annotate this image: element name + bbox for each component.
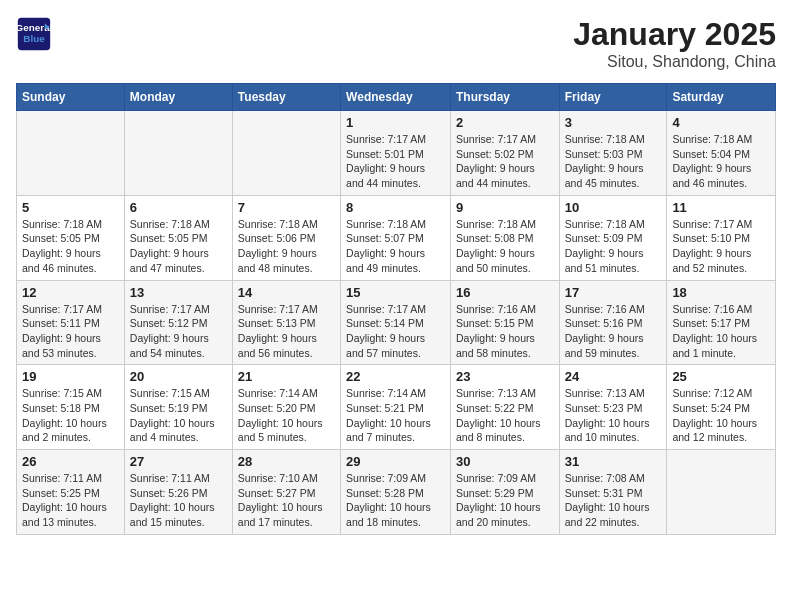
month-title: January 2025 [573,16,776,53]
day-detail: Sunrise: 7:17 AM Sunset: 5:10 PM Dayligh… [672,217,770,276]
day-detail: Sunrise: 7:14 AM Sunset: 5:20 PM Dayligh… [238,386,335,445]
calendar-table: SundayMondayTuesdayWednesdayThursdayFrid… [16,83,776,535]
calendar-cell [17,111,125,196]
day-number: 5 [22,200,119,215]
day-header-friday: Friday [559,84,667,111]
calendar-cell: 27Sunrise: 7:11 AM Sunset: 5:26 PM Dayli… [124,450,232,535]
title-block: January 2025 Sitou, Shandong, China [573,16,776,71]
day-number: 27 [130,454,227,469]
day-number: 14 [238,285,335,300]
day-number: 26 [22,454,119,469]
svg-text:Blue: Blue [23,33,45,44]
day-detail: Sunrise: 7:18 AM Sunset: 5:06 PM Dayligh… [238,217,335,276]
day-number: 3 [565,115,662,130]
calendar-cell [124,111,232,196]
calendar-cell: 11Sunrise: 7:17 AM Sunset: 5:10 PM Dayli… [667,195,776,280]
day-detail: Sunrise: 7:18 AM Sunset: 5:05 PM Dayligh… [22,217,119,276]
day-number: 25 [672,369,770,384]
day-detail: Sunrise: 7:15 AM Sunset: 5:19 PM Dayligh… [130,386,227,445]
day-detail: Sunrise: 7:17 AM Sunset: 5:12 PM Dayligh… [130,302,227,361]
day-number: 16 [456,285,554,300]
day-detail: Sunrise: 7:16 AM Sunset: 5:17 PM Dayligh… [672,302,770,361]
calendar-cell: 29Sunrise: 7:09 AM Sunset: 5:28 PM Dayli… [341,450,451,535]
day-number: 24 [565,369,662,384]
day-detail: Sunrise: 7:17 AM Sunset: 5:11 PM Dayligh… [22,302,119,361]
calendar-week-row: 26Sunrise: 7:11 AM Sunset: 5:25 PM Dayli… [17,450,776,535]
calendar-week-row: 19Sunrise: 7:15 AM Sunset: 5:18 PM Dayli… [17,365,776,450]
calendar-cell: 8Sunrise: 7:18 AM Sunset: 5:07 PM Daylig… [341,195,451,280]
day-number: 9 [456,200,554,215]
day-number: 2 [456,115,554,130]
day-detail: Sunrise: 7:16 AM Sunset: 5:16 PM Dayligh… [565,302,662,361]
logo: General Blue [16,16,56,52]
day-detail: Sunrise: 7:17 AM Sunset: 5:14 PM Dayligh… [346,302,445,361]
day-detail: Sunrise: 7:13 AM Sunset: 5:23 PM Dayligh… [565,386,662,445]
day-number: 20 [130,369,227,384]
day-number: 28 [238,454,335,469]
day-detail: Sunrise: 7:18 AM Sunset: 5:05 PM Dayligh… [130,217,227,276]
calendar-cell: 28Sunrise: 7:10 AM Sunset: 5:27 PM Dayli… [232,450,340,535]
day-number: 29 [346,454,445,469]
calendar-cell: 22Sunrise: 7:14 AM Sunset: 5:21 PM Dayli… [341,365,451,450]
day-number: 30 [456,454,554,469]
day-header-monday: Monday [124,84,232,111]
calendar-cell: 31Sunrise: 7:08 AM Sunset: 5:31 PM Dayli… [559,450,667,535]
day-number: 23 [456,369,554,384]
day-detail: Sunrise: 7:17 AM Sunset: 5:01 PM Dayligh… [346,132,445,191]
calendar-cell: 30Sunrise: 7:09 AM Sunset: 5:29 PM Dayli… [450,450,559,535]
calendar-cell [667,450,776,535]
calendar-cell: 14Sunrise: 7:17 AM Sunset: 5:13 PM Dayli… [232,280,340,365]
calendar-cell: 26Sunrise: 7:11 AM Sunset: 5:25 PM Dayli… [17,450,125,535]
calendar-cell: 6Sunrise: 7:18 AM Sunset: 5:05 PM Daylig… [124,195,232,280]
day-detail: Sunrise: 7:10 AM Sunset: 5:27 PM Dayligh… [238,471,335,530]
day-detail: Sunrise: 7:16 AM Sunset: 5:15 PM Dayligh… [456,302,554,361]
day-number: 22 [346,369,445,384]
calendar-cell: 7Sunrise: 7:18 AM Sunset: 5:06 PM Daylig… [232,195,340,280]
calendar-cell: 23Sunrise: 7:13 AM Sunset: 5:22 PM Dayli… [450,365,559,450]
calendar-cell: 9Sunrise: 7:18 AM Sunset: 5:08 PM Daylig… [450,195,559,280]
calendar-cell: 5Sunrise: 7:18 AM Sunset: 5:05 PM Daylig… [17,195,125,280]
day-number: 21 [238,369,335,384]
calendar-cell [232,111,340,196]
calendar-cell: 1Sunrise: 7:17 AM Sunset: 5:01 PM Daylig… [341,111,451,196]
calendar-cell: 2Sunrise: 7:17 AM Sunset: 5:02 PM Daylig… [450,111,559,196]
day-number: 18 [672,285,770,300]
calendar-cell: 17Sunrise: 7:16 AM Sunset: 5:16 PM Dayli… [559,280,667,365]
day-detail: Sunrise: 7:18 AM Sunset: 5:09 PM Dayligh… [565,217,662,276]
logo-icon: General Blue [16,16,52,52]
day-detail: Sunrise: 7:12 AM Sunset: 5:24 PM Dayligh… [672,386,770,445]
day-number: 7 [238,200,335,215]
calendar-cell: 21Sunrise: 7:14 AM Sunset: 5:20 PM Dayli… [232,365,340,450]
day-number: 11 [672,200,770,215]
day-detail: Sunrise: 7:17 AM Sunset: 5:02 PM Dayligh… [456,132,554,191]
day-number: 12 [22,285,119,300]
calendar-cell: 12Sunrise: 7:17 AM Sunset: 5:11 PM Dayli… [17,280,125,365]
calendar-cell: 10Sunrise: 7:18 AM Sunset: 5:09 PM Dayli… [559,195,667,280]
day-number: 10 [565,200,662,215]
calendar-week-row: 12Sunrise: 7:17 AM Sunset: 5:11 PM Dayli… [17,280,776,365]
day-detail: Sunrise: 7:18 AM Sunset: 5:08 PM Dayligh… [456,217,554,276]
calendar-cell: 20Sunrise: 7:15 AM Sunset: 5:19 PM Dayli… [124,365,232,450]
calendar-cell: 4Sunrise: 7:18 AM Sunset: 5:04 PM Daylig… [667,111,776,196]
day-detail: Sunrise: 7:18 AM Sunset: 5:07 PM Dayligh… [346,217,445,276]
day-header-wednesday: Wednesday [341,84,451,111]
day-detail: Sunrise: 7:13 AM Sunset: 5:22 PM Dayligh… [456,386,554,445]
calendar-cell: 13Sunrise: 7:17 AM Sunset: 5:12 PM Dayli… [124,280,232,365]
day-header-saturday: Saturday [667,84,776,111]
day-number: 13 [130,285,227,300]
day-number: 6 [130,200,227,215]
day-detail: Sunrise: 7:18 AM Sunset: 5:03 PM Dayligh… [565,132,662,191]
day-detail: Sunrise: 7:14 AM Sunset: 5:21 PM Dayligh… [346,386,445,445]
calendar-cell: 18Sunrise: 7:16 AM Sunset: 5:17 PM Dayli… [667,280,776,365]
day-detail: Sunrise: 7:08 AM Sunset: 5:31 PM Dayligh… [565,471,662,530]
day-detail: Sunrise: 7:15 AM Sunset: 5:18 PM Dayligh… [22,386,119,445]
calendar-cell: 3Sunrise: 7:18 AM Sunset: 5:03 PM Daylig… [559,111,667,196]
day-number: 1 [346,115,445,130]
day-number: 15 [346,285,445,300]
calendar-cell: 16Sunrise: 7:16 AM Sunset: 5:15 PM Dayli… [450,280,559,365]
day-detail: Sunrise: 7:17 AM Sunset: 5:13 PM Dayligh… [238,302,335,361]
page-header: General Blue January 2025 Sitou, Shandon… [16,16,776,71]
day-number: 19 [22,369,119,384]
calendar-cell: 15Sunrise: 7:17 AM Sunset: 5:14 PM Dayli… [341,280,451,365]
day-header-thursday: Thursday [450,84,559,111]
